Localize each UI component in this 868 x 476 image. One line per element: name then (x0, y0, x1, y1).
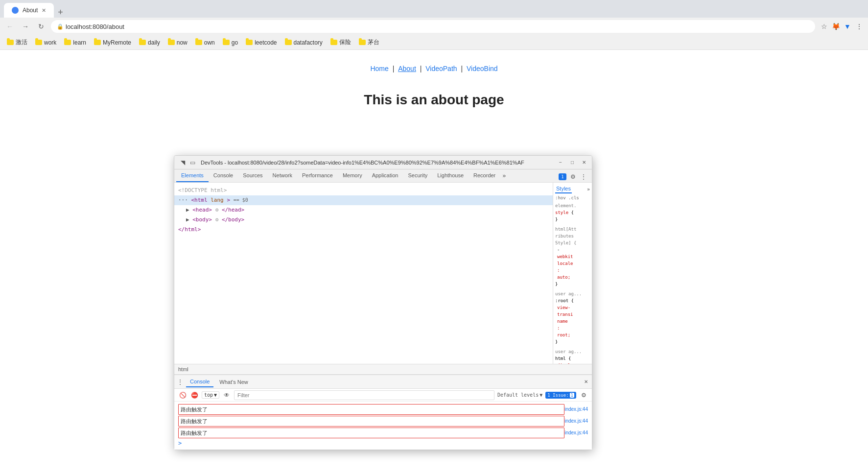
tab-security[interactable]: Security (403, 169, 432, 182)
bookmark-daily[interactable]: daily (136, 38, 163, 47)
issues-count-badge[interactable]: 1 Issue: 1 (545, 392, 576, 399)
msg-file-3[interactable]: index.js:44 (564, 428, 588, 437)
bookmark-work[interactable]: work (32, 38, 59, 47)
devtools-minimize-btn[interactable]: − (557, 159, 564, 167)
console-context-selector[interactable]: top ▼ (202, 391, 219, 399)
close-tab-btn[interactable]: ✕ (42, 7, 46, 14)
folder-icon (94, 40, 101, 45)
msg-text-3: 路由触发了 (178, 428, 564, 438)
styles-rule-html-display: user ag... html { display:block; (555, 348, 590, 364)
bookmark-label: 茅台 (368, 38, 379, 47)
bookmark-insurance[interactable]: 保险 (328, 37, 354, 48)
nav-videobind[interactable]: VideoBind (467, 65, 498, 72)
tab-memory[interactable]: Memory (338, 169, 367, 182)
more-icon[interactable]: ⋮ (854, 22, 864, 31)
msg-file-1[interactable]: index.js:44 (564, 405, 588, 414)
console-drag-handle[interactable]: ⋮ (176, 378, 184, 386)
bookmark-myremote[interactable]: MyRemote (91, 38, 134, 47)
tab-title: About (23, 7, 38, 14)
tab-recorder[interactable]: Recorder (469, 169, 500, 182)
nav-videopath[interactable]: VideoPath (425, 65, 457, 72)
extension-icon[interactable]: ▼ (843, 22, 852, 31)
tab-performance[interactable]: Performance (297, 169, 338, 182)
doctype-line: <!DOCTYPE html> (174, 186, 553, 195)
reload-button[interactable]: ↻ (35, 21, 47, 32)
console-settings-btn[interactable]: ⛔ (190, 391, 199, 400)
folder-icon (223, 40, 230, 45)
bookmark-leetcode[interactable]: leetcode (243, 38, 280, 47)
active-tab[interactable]: About ✕ (4, 3, 54, 18)
bookmark-go[interactable]: go (220, 38, 241, 47)
tab-elements[interactable]: Elements (176, 169, 209, 182)
more-tabs-btn[interactable]: » (500, 169, 508, 182)
devtools-restore-btn[interactable]: □ (568, 159, 576, 167)
url-bar[interactable]: 🔒 localhost:8080/about (51, 20, 815, 33)
customize-devtools-btn[interactable]: ⋮ (579, 172, 588, 181)
devtools-right-actions: 1 ⚙ ⋮ (557, 171, 590, 182)
console-visibility-btn[interactable]: 👁 (222, 391, 231, 400)
console-tab-whatsnew[interactable]: What's New (215, 377, 252, 387)
browser-actions: ☆ 🦊 ▼ ⋮ (819, 22, 864, 31)
page-nav: Home | About | VideoPath | VideoBind (0, 50, 868, 82)
console-message-3: 路由触发了 index.js:44 (174, 427, 592, 439)
console-filter-input[interactable] (234, 390, 494, 400)
console-tab-console[interactable]: Console (186, 377, 213, 387)
bookmark-now[interactable]: now (165, 38, 190, 47)
tab-lighthouse[interactable]: Lighthouse (432, 169, 469, 182)
console-messages: 路由触发了 index.js:44 路由触发了 index.js:44 路由触发… (174, 402, 592, 450)
devtools-window: ◥ ▭ DevTools - localhost:8080/video/28/i… (174, 155, 592, 450)
bookmark-learn[interactable]: learn (61, 38, 89, 47)
devtools-body: <!DOCTYPE html> ··· <html lang > == $0 ▶… (174, 183, 592, 364)
bookmark-label: now (177, 39, 188, 46)
tab-application[interactable]: Application (367, 169, 403, 182)
nav-sep2: | (420, 65, 424, 72)
head-line[interactable]: ▶ <head> ⚙ </head> (174, 205, 553, 215)
styles-filter[interactable]: :hov .cls (555, 195, 590, 200)
tab-sources[interactable]: Sources (238, 169, 267, 182)
nav-sep1: | (393, 65, 397, 72)
body-line[interactable]: ▶ <body> ⚙ </body> (174, 215, 553, 225)
bookmark-label: learn (73, 39, 86, 46)
console-tabs: ⋮ Console What's New ✕ (174, 375, 592, 389)
devtools-icons: ◥ ▭ (178, 158, 197, 167)
context-label: top (204, 392, 213, 398)
inspect-element-btn[interactable]: ◥ (178, 158, 187, 167)
folder-icon (35, 40, 42, 45)
styles-more-btn[interactable]: » (587, 187, 590, 192)
console-close-btn[interactable]: ✕ (582, 378, 590, 386)
console-input-cursor[interactable]: > (174, 439, 592, 448)
nav-home[interactable]: Home (370, 65, 388, 72)
console-message-2: 路由触发了 index.js:44 (174, 415, 592, 427)
bookmark-label: MyRemote (103, 39, 131, 46)
bookmark-激活[interactable]: 激活 (4, 37, 30, 48)
settings-btn[interactable]: ⚙ (568, 172, 577, 181)
bookmark-star-icon[interactable]: ☆ (819, 22, 829, 31)
console-level-selector[interactable]: Default levels ▼ (497, 392, 542, 398)
bookmark-label: own (204, 39, 215, 46)
back-button[interactable]: ← (4, 21, 16, 32)
tab-console[interactable]: Console (209, 169, 238, 182)
page-content: Home | About | VideoPath | VideoBind Thi… (0, 50, 868, 476)
bookmark-maotai[interactable]: 茅台 (356, 37, 382, 48)
html-close-line: </html> (174, 225, 553, 235)
nav-sep3: | (461, 65, 465, 72)
msg-file-2[interactable]: index.js:44 (564, 417, 588, 426)
html-line[interactable]: ··· <html lang > == $0 (174, 195, 553, 205)
console-clear-btn[interactable]: 🚫 (178, 391, 187, 400)
devtools-close-btn[interactable]: ✕ (580, 159, 588, 167)
nav-about[interactable]: About (398, 65, 416, 72)
bookmark-own[interactable]: own (192, 38, 218, 47)
bookmark-datafactory[interactable]: datafactory (282, 38, 326, 47)
console-message-1: 路由触发了 index.js:44 (174, 404, 592, 415)
styles-tab[interactable]: Styles (555, 185, 572, 193)
console-toolbar: 🚫 ⛔ top ▼ 👁 Default levels ▼ 1 Issue: 1 (174, 389, 592, 402)
styles-panel: Styles » :hov .cls element. style { } ht… (553, 183, 592, 364)
breadcrumb-html[interactable]: html (178, 366, 188, 372)
forward-button[interactable]: → (20, 21, 31, 32)
device-toolbar-btn[interactable]: ▭ (188, 158, 197, 167)
context-dropdown-icon: ▼ (214, 392, 217, 398)
console-gear-btn[interactable]: ⚙ (579, 391, 588, 400)
tab-network[interactable]: Network (268, 169, 297, 182)
new-tab-btn[interactable]: + (58, 7, 63, 18)
profile-icon[interactable]: 🦊 (831, 22, 841, 31)
